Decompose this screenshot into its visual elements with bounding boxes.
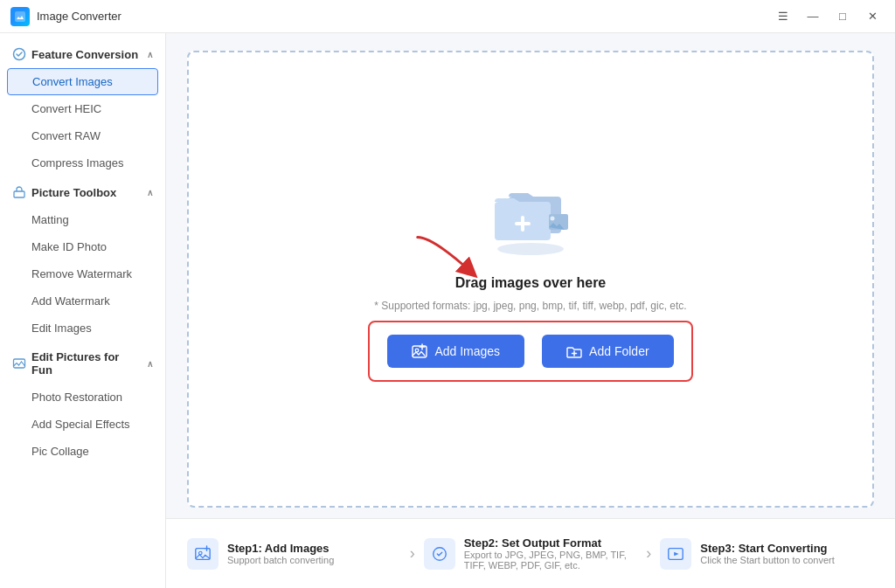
main-content: Drag images over here * Supported format…: [166, 33, 895, 588]
sidebar-section-header-feature-conversion[interactable]: Feature Conversion ∧: [0, 40, 165, 68]
titlebar-title: Image Converter: [37, 10, 121, 23]
drag-arrow-icon: [404, 230, 491, 282]
add-folder-label: Add Folder: [589, 344, 649, 358]
sidebar-section-picture-toolbox: Picture Toolbox ∧ Matting Make ID Photo …: [0, 178, 165, 342]
drop-zone[interactable]: Drag images over here * Supported format…: [187, 51, 874, 508]
sidebar-item-convert-heic[interactable]: Convert HEIC: [0, 95, 165, 122]
sidebar-item-convert-images[interactable]: Convert Images: [7, 68, 158, 95]
step2-icon: [431, 545, 448, 563]
minimize-button[interactable]: —: [801, 7, 825, 26]
edit-pictures-for-fun-chevron: ∧: [147, 359, 153, 369]
sidebar-item-pic-collage[interactable]: Pic Collage: [0, 438, 165, 465]
add-buttons-wrapper: Add Images Add Folder: [368, 321, 692, 382]
step3-desc: Click the Start button to convert: [700, 555, 834, 565]
svg-point-18: [198, 551, 202, 555]
feature-conversion-chevron: ∧: [147, 50, 153, 59]
step2-texts: Step2: Set Output Format Export to JPG, …: [464, 536, 638, 571]
step2-title: Step2: Set Output Format: [464, 536, 638, 550]
step2-arrow: ›: [637, 544, 660, 563]
svg-point-4: [497, 243, 564, 255]
sidebar-item-matting[interactable]: Matting: [0, 206, 165, 233]
folder-illustration: [482, 177, 579, 256]
sidebar-item-photo-restoration[interactable]: Photo Restoration: [0, 384, 165, 411]
svg-rect-0: [15, 11, 25, 22]
sidebar-section-header-edit-pictures-for-fun[interactable]: Edit Pictures for Fun ∧: [0, 343, 165, 384]
step3-texts: Step3: Start Converting Click the Start …: [700, 542, 834, 565]
sidebar-section-header-picture-toolbox[interactable]: Picture Toolbox ∧: [0, 178, 165, 206]
add-folder-icon: [566, 343, 582, 359]
sidebar: Feature Conversion ∧ Convert Images Conv…: [0, 33, 166, 588]
add-images-button[interactable]: Add Images: [387, 335, 524, 368]
step1-icon: [194, 545, 212, 563]
svg-rect-2: [14, 191, 24, 197]
close-button[interactable]: ✕: [860, 7, 885, 26]
step3-item: Step3: Start Converting Click the Start …: [660, 538, 874, 570]
maximize-button[interactable]: □: [830, 7, 855, 26]
step2-icon-wrap: [424, 538, 455, 570]
supported-formats-text: * Supported formats: jpg, jpeg, png, bmp…: [374, 300, 686, 312]
step1-desc: Support batch converting: [227, 555, 334, 565]
step2-item: Step2: Set Output Format Export to JPG, …: [424, 536, 638, 571]
sidebar-section-edit-pictures-for-fun: Edit Pictures for Fun ∧ Photo Restoratio…: [0, 343, 165, 465]
sidebar-item-edit-images[interactable]: Edit Images: [0, 315, 165, 342]
sidebar-item-convert-raw[interactable]: Convert RAW: [0, 122, 165, 149]
step2-desc: Export to JPG, JPEG, PNG, BMP, TIF, TIFF…: [464, 550, 638, 571]
titlebar: Image Converter ☰ — □ ✕: [0, 0, 895, 33]
sidebar-item-remove-watermark[interactable]: Remove Watermark: [0, 260, 165, 287]
picture-toolbox-label: Picture Toolbox: [31, 186, 116, 199]
menu-button[interactable]: ☰: [771, 7, 795, 26]
svg-point-10: [551, 216, 555, 220]
add-folder-button[interactable]: Add Folder: [542, 335, 673, 368]
toolbox-icon: [12, 185, 26, 199]
fun-icon: [12, 356, 26, 370]
add-images-label: Add Images: [434, 344, 500, 358]
step1-texts: Step1: Add Images Support batch converti…: [227, 542, 334, 565]
add-images-icon: [412, 343, 427, 359]
step1-title: Step1: Add Images: [227, 542, 334, 555]
picture-toolbox-chevron: ∧: [147, 188, 153, 197]
sidebar-item-make-id-photo[interactable]: Make ID Photo: [0, 233, 165, 260]
app-icon: [10, 7, 30, 26]
step3-title: Step3: Start Converting: [700, 542, 834, 555]
step1-arrow: ›: [401, 544, 424, 563]
steps-footer: Step1: Add Images Support batch converti…: [166, 518, 895, 588]
step3-icon: [667, 545, 684, 563]
step3-icon-wrap: [660, 538, 691, 570]
folder-icon-wrap: [482, 177, 579, 259]
edit-pictures-for-fun-label: Edit Pictures for Fun: [31, 350, 142, 377]
sidebar-item-add-special-effects[interactable]: Add Special Effects: [0, 411, 165, 438]
step1-icon-wrap: [187, 538, 219, 570]
feature-conversion-label: Feature Conversion: [31, 48, 138, 61]
sidebar-item-add-watermark[interactable]: Add Watermark: [0, 287, 165, 315]
main-layout: Feature Conversion ∧ Convert Images Conv…: [0, 33, 895, 588]
sidebar-item-compress-images[interactable]: Compress Images: [0, 149, 165, 176]
feature-icon: [12, 47, 26, 61]
svg-point-12: [416, 349, 420, 352]
titlebar-left: Image Converter: [10, 7, 121, 26]
sidebar-section-feature-conversion: Feature Conversion ∧ Convert Images Conv…: [0, 40, 165, 176]
titlebar-controls: ☰ — □ ✕: [771, 7, 885, 26]
step1-item: Step1: Add Images Support batch converti…: [187, 538, 401, 570]
